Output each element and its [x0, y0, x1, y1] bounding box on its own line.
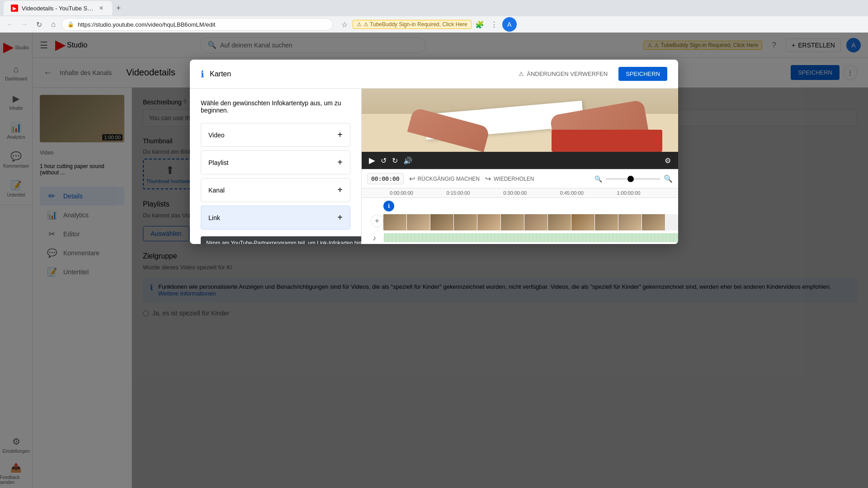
player-settings-icon[interactable]: ⚙ [665, 156, 671, 165]
forward-button[interactable]: → [18, 18, 31, 31]
ruler-mark-45: 0:45:00:00 [559, 190, 616, 196]
zoom-thumb [627, 176, 634, 182]
ruler-mark-0: 0:00:00:00 [389, 190, 446, 196]
redo-button[interactable]: ↪ WIEDERHOLEN [485, 174, 534, 183]
track-thumb-3 [430, 214, 454, 230]
bookmark-button[interactable]: ☆ [338, 18, 351, 31]
video-panel: ▶ ↺ ↻ 🔊 ⚙ 00:00:00 ↩ RÜCKGÄNGIG MACHEN [362, 89, 678, 244]
cards-panel: Wähle den gewünschten Infokartentyp aus,… [190, 89, 362, 244]
card-type-kanal-label: Kanal [208, 187, 225, 194]
discard-warning-icon: ⚠ [519, 70, 524, 77]
tab-title: Videodetails - YouTube Studio [22, 5, 94, 12]
modal-header: ℹ Karten ⚠ ÄNDERUNGEN VERWERFEN SPEICHER… [190, 60, 678, 89]
card-type-playlist[interactable]: Playlist + [201, 150, 350, 174]
track-thumb-8 [548, 214, 571, 230]
tubebuddy-text: ⚠ TubeBuddy Sign-in Required, Click Here [363, 21, 467, 28]
track-thumb-12 [642, 214, 665, 230]
undo-label: RÜCKGÄNGIG MACHEN [418, 176, 480, 182]
play-button[interactable]: ▶ [369, 155, 375, 165]
track-thumb-9 [571, 214, 595, 230]
card-type-video-label: Video [208, 131, 225, 139]
track-thumb-2 [407, 214, 430, 230]
lock-icon: 🔒 [67, 21, 74, 28]
zoom-in-icon[interactable]: 🔍 [664, 174, 673, 183]
volume-button[interactable]: 🔊 [403, 156, 412, 165]
reload-button[interactable]: ↻ [33, 18, 45, 31]
timeline-controls: 00:00:00 ↩ RÜCKGÄNGIG MACHEN ↪ WIEDERHOL… [362, 169, 678, 188]
address-bar[interactable]: 🔒 https://studio.youtube.com/video/hquLB… [61, 18, 333, 31]
timeline-area: 00:00:00 ↩ RÜCKGÄNGIG MACHEN ↪ WIEDERHOL… [362, 169, 678, 244]
modal-save-button[interactable]: SPEICHERN [618, 67, 667, 81]
tab-close-button[interactable]: ✕ [98, 5, 105, 12]
undo-icon: ↩ [409, 174, 415, 183]
card-type-kanal[interactable]: Kanal + [201, 178, 350, 202]
forward-button[interactable]: ↻ [392, 156, 398, 165]
browser-chrome: ▶ Videodetails - YouTube Studio ✕ + ← → … [0, 0, 868, 33]
tubebuddy-warning-icon: ⚠ [357, 21, 362, 28]
browser-menu-button[interactable]: ⋮ [488, 18, 500, 31]
card-type-video[interactable]: Video + [201, 123, 350, 147]
card-type-link[interactable]: Link + [201, 206, 350, 230]
add-card-button[interactable]: + [371, 215, 383, 227]
card-type-link-label: Link [208, 214, 220, 221]
video-controls-bar: ▶ ↺ ↻ 🔊 ⚙ [362, 152, 678, 169]
timeline-zoom: 🔍 🔍 [594, 174, 673, 183]
timeline-tracks-container: ℹ + 🎬 [362, 198, 678, 244]
track-thumb-1 [383, 214, 407, 230]
home-button[interactable]: ⌂ [47, 18, 60, 31]
active-tab[interactable]: ▶ Videodetails - YouTube Studio ✕ [4, 1, 112, 15]
modal-actions: ⚠ ÄNDERUNGEN VERWERFEN SPEICHERN [513, 67, 667, 81]
card-type-kanal-add-icon[interactable]: + [337, 185, 343, 195]
card-type-link-add-icon[interactable]: + [337, 212, 343, 223]
track-thumb-7 [524, 214, 548, 230]
track-thumb-5 [477, 214, 501, 230]
link-tooltip: Nimm am YouTube-Partnerprogramm teil, um… [201, 236, 362, 244]
link-card-wrapper: Link + Nimm am YouTube-Partnerprogramm t… [201, 206, 350, 230]
modal-body: Wähle den gewünschten Infokartentyp aus,… [190, 89, 678, 244]
back-button[interactable]: ← [4, 18, 16, 31]
card-type-playlist-label: Playlist [208, 159, 228, 166]
rewind-button[interactable]: ↺ [381, 156, 387, 165]
track-thumb-4 [454, 214, 477, 230]
tab-favicon: ▶ [11, 5, 18, 12]
track-thumb-6 [501, 214, 524, 230]
video-scene [362, 89, 678, 152]
discard-label: ÄNDERUNGEN VERWERFEN [527, 70, 608, 77]
waveform [383, 233, 678, 242]
discard-changes-button[interactable]: ⚠ ÄNDERUNGEN VERWERFEN [513, 67, 613, 81]
new-tab-button[interactable]: + [112, 2, 125, 14]
modal-overlay[interactable]: ℹ Karten ⚠ ÄNDERUNGEN VERWERFEN SPEICHER… [0, 33, 868, 488]
zoom-slider[interactable] [606, 178, 660, 180]
modal-header-icon: ℹ [201, 69, 204, 80]
card-marker[interactable]: ℹ [383, 201, 394, 211]
ruler-mark-15: 0:15:00:00 [446, 190, 503, 196]
card-type-video-add-icon[interactable]: + [337, 130, 343, 140]
tubebuddy-bar[interactable]: ⚠ ⚠ TubeBuddy Sign-in Required, Click He… [353, 20, 472, 29]
browser-toolbar: ← → ↻ ⌂ 🔒 https://studio.youtube.com/vid… [0, 16, 868, 33]
redo-label: WIEDERHOLEN [494, 176, 534, 182]
url-text: https://studio.youtube.com/video/hquLBB6… [78, 21, 215, 28]
video-track [383, 214, 678, 230]
undo-button[interactable]: ↩ RÜCKGÄNGIG MACHEN [409, 174, 480, 183]
audio-track [383, 233, 678, 242]
track-thumb-10 [595, 214, 618, 230]
browser-profile-button[interactable]: A [502, 17, 517, 32]
ruler-mark-60: 1:00:00:00 [616, 190, 673, 196]
audio-track-row: ♪ [362, 232, 678, 244]
cards-intro-text: Wähle den gewünschten Infokartentyp aus,… [201, 99, 350, 114]
video-preview [362, 89, 678, 152]
timecode-display[interactable]: 00:00:00 [367, 173, 404, 184]
video-track-row: 🎬 [362, 198, 678, 232]
audio-track-icon: ♪ [373, 234, 376, 242]
cards-modal: ℹ Karten ⚠ ÄNDERUNGEN VERWERFEN SPEICHER… [190, 60, 678, 244]
redo-icon: ↪ [485, 174, 491, 183]
modal-title: Karten [210, 70, 508, 78]
card-type-playlist-add-icon[interactable]: + [337, 157, 343, 168]
ruler-mark-30: 0:30:00:00 [502, 190, 559, 196]
zoom-out-icon[interactable]: 🔍 [594, 175, 602, 183]
track-thumb-11 [618, 214, 642, 230]
browser-actions: ☆ ⚠ ⚠ TubeBuddy Sign-in Required, Click … [338, 17, 517, 32]
browser-tab-bar: ▶ Videodetails - YouTube Studio ✕ + [0, 0, 868, 16]
timeline-ruler: 0:00:00:00 0:15:00:00 0:30:00:00 0:45:00… [362, 188, 678, 198]
extensions-button[interactable]: 🧩 [473, 18, 486, 31]
